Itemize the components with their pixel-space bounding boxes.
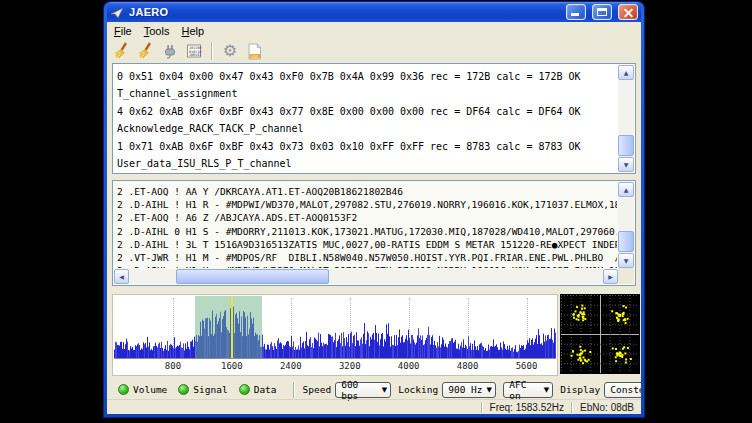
scrollbar-thumb[interactable] xyxy=(618,231,634,252)
gear-settings-icon[interactable]: ⚙ xyxy=(220,41,240,61)
spectrum-display[interactable]: 800160024003200400048005600 xyxy=(112,294,558,376)
spectrum-tick-label: 4800 xyxy=(457,361,479,371)
signal-led-label: Signal xyxy=(193,384,227,395)
spectrum-plot[interactable] xyxy=(114,296,556,358)
scrollbar-thumb[interactable] xyxy=(176,269,329,284)
log-line: 2 .D-AIHL ! H1 R - #MDPWI/WD370,MALOT,29… xyxy=(117,198,617,211)
chevron-down-icon: ▼ xyxy=(382,386,387,394)
statusbar-separator xyxy=(481,402,483,413)
jaero-window: JAERO File Tools Help 101100010110100101 xyxy=(104,2,644,417)
plug-connect-icon[interactable] xyxy=(160,41,180,61)
display-dropdown[interactable]: Constellation▼ xyxy=(604,382,641,398)
scroll-down-button[interactable]: ▼ xyxy=(618,157,634,172)
afc-dropdown[interactable]: AFC on▼ xyxy=(503,382,553,398)
close-button[interactable] xyxy=(618,4,638,20)
log-line: 0 0x51 0x04 0x00 0x47 0x43 0xF0 0x7B 0x4… xyxy=(117,68,617,85)
log-file-icon[interactable]: LOG xyxy=(244,41,264,61)
display-value: Constellation xyxy=(610,384,641,395)
broom-clear-all-icon[interactable] xyxy=(136,41,156,61)
statusbar: Freq: 1583.52Hz EbNo: 08dB xyxy=(107,399,641,414)
menu-tools[interactable]: Tools xyxy=(138,24,176,38)
scroll-up-button[interactable]: ▲ xyxy=(618,65,634,80)
volume-led xyxy=(118,384,129,395)
volume-led-label: Volume xyxy=(133,384,167,395)
signal-displays-row: 800160024003200400048005600 xyxy=(107,294,641,376)
spectrum-axis-labels: 800160024003200400048005600 xyxy=(114,361,556,374)
scroll-up-button[interactable]: ▲ xyxy=(618,182,634,197)
scroll-up-icon: ▲ xyxy=(624,69,629,76)
chevron-down-icon: ▼ xyxy=(544,386,549,394)
app-icon xyxy=(110,5,125,19)
spectrum-tick-label: 3200 xyxy=(339,361,361,371)
controls-row: Volume Signal Data Speed 600 bps▼ Lockin… xyxy=(107,380,641,399)
speed-label: Speed xyxy=(303,384,332,395)
scrollbar-thumb[interactable] xyxy=(618,135,634,156)
packet-log-vertical-scrollbar[interactable]: ▲ ▼ xyxy=(618,65,634,172)
scroll-down-icon: ▼ xyxy=(624,257,629,264)
desktop-background: { "window": { "title": "JAERO" }, "menu"… xyxy=(0,0,752,423)
message-log-textarea[interactable]: 2 .ET-AOQ ! AA Y /DKRCAYA.AT1.ET-AOQ20B1… xyxy=(112,180,636,286)
minimize-icon xyxy=(571,13,579,16)
scroll-right-button[interactable]: ▶ xyxy=(603,269,618,284)
frequency-status: Freq: 1583.52Hz xyxy=(490,402,565,413)
spectrum-bars xyxy=(114,296,556,358)
afc-value: AFC on xyxy=(509,379,540,401)
maximize-icon xyxy=(597,8,607,16)
packet-log-textarea[interactable]: 0 0x51 0x04 0x00 0x47 0x43 0xF0 0x7B 0x4… xyxy=(112,63,636,174)
window-title: JAERO xyxy=(129,6,560,18)
toolbar: 101100010110100101 ⚙ LOG xyxy=(107,39,641,63)
message-log-horizontal-scrollbar[interactable]: ◀ ▶ xyxy=(114,269,618,284)
scroll-up-icon: ▲ xyxy=(624,186,629,193)
controls-separator xyxy=(293,382,294,398)
spectrum-tick-label: 800 xyxy=(165,361,181,371)
demodulator-band-highlight xyxy=(195,296,262,358)
window-client-area: File Tools Help 101100010110100101 ⚙ LOG xyxy=(107,22,641,414)
scroll-down-button[interactable]: ▼ xyxy=(618,253,634,268)
spectrum-tick-label: 4000 xyxy=(398,361,420,371)
scroll-right-icon: ▶ xyxy=(608,273,613,280)
locking-label: Locking xyxy=(398,384,438,395)
message-log-lines: 2 .ET-AOQ ! AA Y /DKRCAYA.AT1.ET-AOQ20B1… xyxy=(117,183,617,268)
svg-text:LOG: LOG xyxy=(251,54,258,58)
svg-text:100101: 100101 xyxy=(189,53,201,57)
signal-led xyxy=(178,384,189,395)
broom-clear-icon[interactable] xyxy=(112,41,132,61)
log-line: 2 .ET-AOQ ! A6 Z /ABJCAYA.ADS.ET-AOQ0153… xyxy=(117,211,617,224)
toolbar-separator xyxy=(211,42,213,60)
data-led-label: Data xyxy=(254,384,277,395)
message-log-vertical-scrollbar[interactable]: ▲ ▼ xyxy=(618,182,634,268)
spectrum-tick-label: 2400 xyxy=(280,361,302,371)
log-line: 2 .D-AIHL ! H1 U - #MDPWI/WD370,MALOT,29… xyxy=(117,264,617,268)
titlebar[interactable]: JAERO xyxy=(107,2,641,22)
data-led xyxy=(239,384,250,395)
scroll-left-button[interactable]: ◀ xyxy=(114,269,129,284)
center-frequency-marker[interactable] xyxy=(231,296,233,358)
log-line: 2 .VT-JWR ! H1 M - #MDPOS/RF DIBLI.N58W0… xyxy=(117,251,617,264)
speed-dropdown[interactable]: 600 bps▼ xyxy=(335,382,391,398)
spectrum-tick-label: 5600 xyxy=(516,361,538,371)
chevron-down-icon: ▼ xyxy=(487,386,492,394)
log-line: 1 0x71 0xAB 0x6F 0xBF 0x43 0x73 0x03 0x1… xyxy=(117,138,617,155)
scroll-left-icon: ◀ xyxy=(119,273,124,280)
constellation-display xyxy=(560,294,640,374)
spectrum-tick-label: 1600 xyxy=(221,361,243,371)
log-line: 4 0x62 0xAB 0x6F 0xBF 0x43 0x77 0x8E 0x0… xyxy=(117,103,617,120)
scroll-down-icon: ▼ xyxy=(624,161,629,168)
spectrum-baseline xyxy=(114,358,556,359)
maximize-button[interactable] xyxy=(592,4,612,20)
menu-file[interactable]: File xyxy=(108,24,138,38)
speed-value: 600 bps xyxy=(341,379,378,401)
log-line: Acknowledge_RACK_TACK_P_channel xyxy=(117,120,617,137)
log-line: 2 .ET-AOQ ! AA Y /DKRCAYA.AT1.ET-AOQ20B1… xyxy=(117,185,617,198)
minimize-button[interactable] xyxy=(566,4,586,20)
display-label: Display xyxy=(560,384,600,395)
constellation-plot xyxy=(561,295,639,373)
locking-dropdown[interactable]: 900 Hz▼ xyxy=(442,382,496,398)
ebno-status: EbNo: 08dB xyxy=(580,402,634,413)
binary-data-icon[interactable]: 101100010110100101 xyxy=(184,41,204,61)
log-line: 2 .D-AIHL ! 3L T 1516A9D316513ZATIS MUC,… xyxy=(117,238,617,251)
log-line: T_channel_assignment xyxy=(117,85,617,102)
menu-help[interactable]: Help xyxy=(175,24,210,38)
log-line: 2 .D-AIHL 0 H1 S - #MDORRY,211013.KOK,17… xyxy=(117,225,617,238)
locking-value: 900 Hz xyxy=(448,384,482,395)
